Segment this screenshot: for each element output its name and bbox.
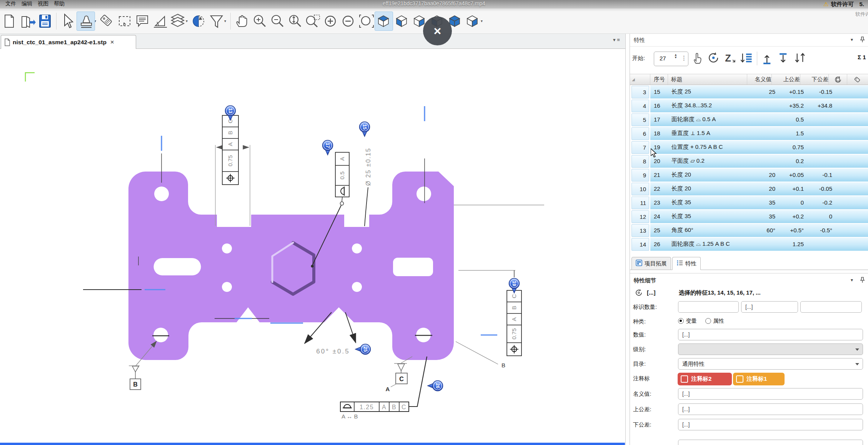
- start-spinner[interactable]: 27 ▲▼ ⋮: [654, 52, 688, 66]
- row-index[interactable]: 8: [631, 155, 649, 168]
- table-row[interactable]: 719位置度 ⌖ 0.75 A B C0.75: [630, 141, 868, 155]
- tab-特性[interactable]: 特性: [672, 257, 701, 270]
- table-row[interactable]: 1325角度 60°60°+0.5°-0.5°: [630, 224, 868, 238]
- tabbar-menu-icon[interactable]: ▾ ≡: [613, 37, 620, 43]
- zoom-all-button[interactable]: [357, 12, 375, 30]
- cell-nominal[interactable]: 60°: [751, 227, 775, 233]
- document-tab[interactable]: nist_ctc_01_asme1_ap242-e1.stp ×: [1, 35, 136, 49]
- expand-handle-icon[interactable]: ◢: [630, 74, 650, 85]
- pin-icon[interactable]: [860, 37, 865, 44]
- cell-seq[interactable]: 17: [650, 116, 671, 123]
- cell-title[interactable]: 垂直度 ⊥ 1.5 A: [671, 130, 751, 137]
- cell-seq[interactable]: 26: [650, 241, 671, 247]
- cube-back-button[interactable]: [464, 12, 481, 30]
- table-row[interactable]: 517面轮廓度 ⌓ 0.5 A0.5: [630, 113, 868, 127]
- open-file-button[interactable]: [18, 12, 36, 30]
- cell-upper[interactable]: 1.5: [775, 130, 804, 137]
- col-tag-icon[interactable]: [847, 74, 867, 85]
- cell-upper[interactable]: +0.5°: [775, 227, 804, 233]
- cell-nominal[interactable]: 20: [751, 185, 775, 192]
- cell-upper[interactable]: 0.5: [775, 116, 804, 123]
- details-collapse-icon[interactable]: ▾: [851, 277, 853, 283]
- measure-button[interactable]: [151, 12, 169, 30]
- table-row[interactable]: 416长度 34.8...35.2+35.2+34.8: [630, 99, 868, 113]
- cell-upper[interactable]: +0.2: [775, 213, 804, 220]
- fcf-position-13[interactable]: CBA0.75: [222, 115, 238, 185]
- plus-circle-button[interactable]: [322, 12, 339, 30]
- cell-seq[interactable]: 15: [650, 88, 671, 95]
- cell-seq[interactable]: 18: [650, 130, 671, 137]
- table-row[interactable]: 921长度 2020+0.05-0.1: [630, 168, 868, 182]
- cell-lower[interactable]: +34.8: [804, 102, 832, 109]
- minus-circle-button[interactable]: [339, 12, 357, 30]
- cell-lower[interactable]: 0: [804, 213, 832, 220]
- select-arrow-button[interactable]: [59, 12, 77, 30]
- part-body[interactable]: [128, 172, 454, 360]
- diameter-dimension[interactable]: Ø 25 ±0.15: [365, 148, 372, 186]
- id-count-input-2[interactable]: [741, 301, 798, 313]
- row-index[interactable]: 5: [631, 113, 649, 127]
- cell-title[interactable]: 面轮廓度 ⌓ 0.5 A: [671, 116, 751, 123]
- move-bottom-button[interactable]: [776, 51, 791, 66]
- col-title[interactable]: 标题: [668, 74, 747, 85]
- table-header[interactable]: ◢ 序号 标题 名义值 上公差 下公差: [630, 74, 868, 85]
- cube-top-button[interactable]: [375, 12, 393, 31]
- cell-lower[interactable]: -0.05: [804, 185, 832, 192]
- level-select[interactable]: [678, 343, 863, 355]
- cell-lower[interactable]: -0.15: [804, 88, 832, 95]
- radio-variable[interactable]: [678, 318, 684, 324]
- radio-attribute[interactable]: [705, 318, 711, 324]
- cell-seq[interactable]: 22: [650, 185, 671, 192]
- row-index[interactable]: 14: [631, 238, 649, 251]
- cell-title[interactable]: 角度 60°: [671, 227, 751, 234]
- table-row[interactable]: 1022长度 2020+0.1-0.05: [630, 182, 868, 196]
- balloon-15[interactable]: 15: [360, 122, 370, 137]
- row-index[interactable]: 9: [631, 169, 649, 182]
- cell-nominal[interactable]: 20: [751, 172, 775, 178]
- save-button[interactable]: [36, 12, 54, 30]
- video-progress-bar[interactable]: [0, 443, 625, 445]
- new-file-button[interactable]: [1, 12, 18, 30]
- cell-upper[interactable]: 0: [775, 199, 804, 206]
- lower-tol-input[interactable]: [678, 419, 863, 430]
- comment-button[interactable]: [133, 12, 151, 30]
- id-count-input-1[interactable]: [678, 301, 739, 313]
- row-index[interactable]: 3: [631, 86, 649, 99]
- row-index[interactable]: 10: [631, 183, 649, 196]
- col-nominal[interactable]: 名义值: [747, 74, 772, 85]
- spinner-more-icon[interactable]: ⋮: [681, 55, 687, 62]
- upper-tol-input[interactable]: [678, 403, 863, 415]
- cell-title[interactable]: 长度 35: [671, 213, 751, 220]
- fcf-profile-26[interactable]: 1.25ABC: [340, 402, 409, 412]
- cell-title[interactable]: 平面度 ▱ 0.2: [671, 157, 751, 165]
- table-row[interactable]: 315长度 2525+0.15-0.15: [630, 85, 868, 99]
- tab-close-icon[interactable]: ×: [110, 38, 114, 46]
- table-row[interactable]: 1123长度 35350-0.2: [630, 196, 868, 210]
- cad-viewport[interactable]: Ø 25 ±0.15 60° ±0.5 C A B: [0, 49, 625, 445]
- swap-updown-button[interactable]: [792, 51, 808, 66]
- cell-title[interactable]: 长度 20: [671, 171, 751, 178]
- tag1-checkbox[interactable]: [736, 375, 743, 383]
- panel-divider[interactable]: [625, 34, 630, 445]
- table-row[interactable]: 1224长度 3535+0.20: [630, 210, 868, 224]
- details-pin-icon[interactable]: [860, 277, 865, 285]
- tag-button[interactable]: [98, 12, 116, 30]
- stamp-button[interactable]: [77, 12, 95, 31]
- table-row[interactable]: 618垂直度 ⊥ 1.5 A1.5: [630, 127, 868, 141]
- cell-nominal[interactable]: 25: [751, 88, 775, 95]
- hand-pointer-button[interactable]: [690, 51, 705, 66]
- balloon-26[interactable]: 26: [428, 381, 443, 391]
- cell-title[interactable]: 长度 25: [671, 88, 751, 95]
- cell-upper[interactable]: +0.1: [775, 185, 804, 192]
- start-value[interactable]: 27: [660, 55, 666, 62]
- tab-项目拓展[interactable]: 项目拓展: [631, 257, 671, 270]
- id-count-input-3[interactable]: [800, 301, 862, 313]
- row-index[interactable]: 13: [631, 224, 649, 237]
- row-index[interactable]: 12: [631, 210, 649, 223]
- rotate-cw-button[interactable]: [706, 51, 721, 66]
- sort-list-button[interactable]: [738, 51, 754, 66]
- panel-collapse-icon[interactable]: ▾: [851, 37, 853, 42]
- video-close-button[interactable]: ×: [423, 17, 452, 45]
- marquee-select-button[interactable]: [116, 12, 133, 30]
- col-seq[interactable]: 序号: [650, 74, 668, 85]
